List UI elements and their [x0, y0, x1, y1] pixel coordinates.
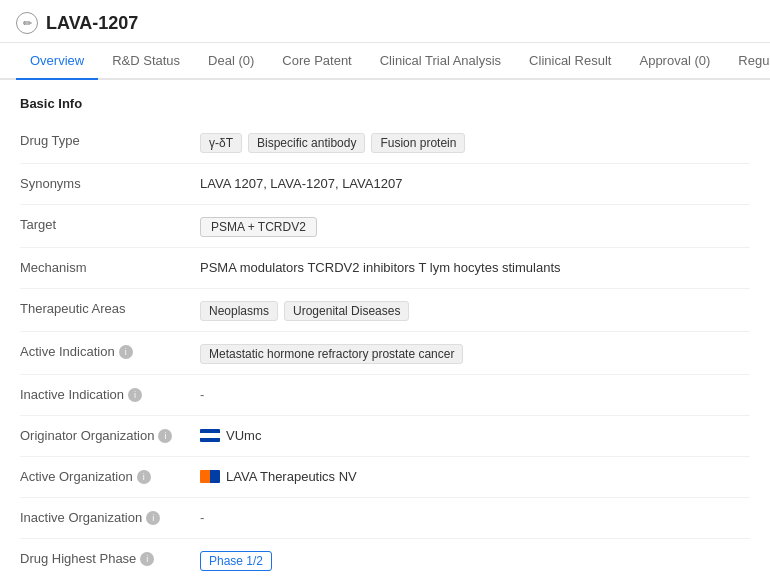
- drug-type-value: γ-δT Bispecific antibody Fusion protein: [200, 131, 750, 153]
- target-value: PSMA + TCRDV2: [200, 215, 750, 237]
- tag-bispecific: Bispecific antibody: [248, 133, 365, 153]
- highest-phase-info-icon[interactable]: i: [140, 552, 154, 566]
- tag-fusion: Fusion protein: [371, 133, 465, 153]
- tag-neoplasms: Neoplasms: [200, 301, 278, 321]
- mechanism-label: Mechanism: [20, 258, 200, 275]
- tab-clinical-trial[interactable]: Clinical Trial Analysis: [366, 43, 515, 80]
- active-org-info-icon[interactable]: i: [137, 470, 151, 484]
- synonyms-value: LAVA 1207, LAVA-1207, LAVA1207: [200, 174, 750, 191]
- tab-deal[interactable]: Deal (0): [194, 43, 268, 80]
- edit-icon[interactable]: ✏: [16, 12, 38, 34]
- tab-overview[interactable]: Overview: [16, 43, 98, 80]
- row-therapeutic: Therapeutic Areas Neoplasms Urogenital D…: [20, 291, 750, 329]
- active-org-name: LAVA Therapeutics NV: [226, 469, 357, 484]
- inactive-indication-value: -: [200, 385, 750, 402]
- header: ✏ LAVA-1207: [0, 0, 770, 43]
- inactive-org-label: Inactive Organization i: [20, 508, 200, 525]
- tag-urogenital: Urogenital Diseases: [284, 301, 409, 321]
- row-active-indication: Active Indication i Metastatic hormone r…: [20, 334, 750, 372]
- inactive-indication-text: -: [200, 387, 204, 402]
- row-originator: Originator Organization i VUmc: [20, 418, 750, 454]
- drug-type-label: Drug Type: [20, 131, 200, 148]
- therapeutic-label: Therapeutic Areas: [20, 299, 200, 316]
- active-indication-info-icon[interactable]: i: [119, 345, 133, 359]
- vumc-flag: [200, 429, 220, 442]
- tag-gamma-dt: γ-δT: [200, 133, 242, 153]
- row-target: Target PSMA + TCRDV2: [20, 207, 750, 245]
- tag-phase: Phase 1/2: [200, 551, 272, 571]
- tab-clinical-result[interactable]: Clinical Result: [515, 43, 625, 80]
- originator-org[interactable]: VUmc: [200, 428, 261, 443]
- originator-label: Originator Organization i: [20, 426, 200, 443]
- mechanism-text: PSMA modulators TCRDV2 inhibitors T lym …: [200, 260, 561, 275]
- row-active-org: Active Organization i LAVA Therapeutics …: [20, 459, 750, 495]
- row-highest-phase: Drug Highest Phase i Phase 1/2: [20, 541, 750, 579]
- inactive-org-text: -: [200, 510, 204, 525]
- tab-rd-status[interactable]: R&D Status: [98, 43, 194, 80]
- tab-approval[interactable]: Approval (0): [625, 43, 724, 80]
- originator-info-icon[interactable]: i: [158, 429, 172, 443]
- originator-value: VUmc: [200, 426, 750, 443]
- active-org-label: Active Organization i: [20, 467, 200, 484]
- tag-active-indication: Metastatic hormone refractory prostate c…: [200, 344, 463, 364]
- row-inactive-org: Inactive Organization i -: [20, 500, 750, 536]
- row-synonyms: Synonyms LAVA 1207, LAVA-1207, LAVA1207: [20, 166, 750, 202]
- lava-flag: [200, 470, 220, 483]
- active-indication-label: Active Indication i: [20, 342, 200, 359]
- highest-phase-value: Phase 1/2: [200, 549, 750, 571]
- synonyms-label: Synonyms: [20, 174, 200, 191]
- content: Basic Info Drug Type γ-δT Bispecific ant…: [0, 80, 770, 580]
- inactive-indication-info-icon[interactable]: i: [128, 388, 142, 402]
- target-label: Target: [20, 215, 200, 232]
- originator-name: VUmc: [226, 428, 261, 443]
- nav-tabs: Overview R&D Status Deal (0) Core Patent…: [0, 43, 770, 80]
- active-org-value: LAVA Therapeutics NV: [200, 467, 750, 484]
- tag-target[interactable]: PSMA + TCRDV2: [200, 217, 317, 237]
- synonyms-text: LAVA 1207, LAVA-1207, LAVA1207: [200, 176, 402, 191]
- therapeutic-value: Neoplasms Urogenital Diseases: [200, 299, 750, 321]
- section-title: Basic Info: [20, 96, 750, 111]
- mechanism-value: PSMA modulators TCRDV2 inhibitors T lym …: [200, 258, 750, 275]
- inactive-indication-label: Inactive Indication i: [20, 385, 200, 402]
- inactive-org-info-icon[interactable]: i: [146, 511, 160, 525]
- inactive-org-value: -: [200, 508, 750, 525]
- active-org-item[interactable]: LAVA Therapeutics NV: [200, 469, 357, 484]
- page-title: LAVA-1207: [46, 13, 138, 34]
- tab-regulation[interactable]: Regulation (0): [724, 43, 770, 80]
- highest-phase-label: Drug Highest Phase i: [20, 549, 200, 566]
- row-inactive-indication: Inactive Indication i -: [20, 377, 750, 413]
- row-drug-type: Drug Type γ-δT Bispecific antibody Fusio…: [20, 123, 750, 161]
- row-mechanism: Mechanism PSMA modulators TCRDV2 inhibit…: [20, 250, 750, 286]
- tab-core-patent[interactable]: Core Patent: [268, 43, 365, 80]
- active-indication-value: Metastatic hormone refractory prostate c…: [200, 342, 750, 364]
